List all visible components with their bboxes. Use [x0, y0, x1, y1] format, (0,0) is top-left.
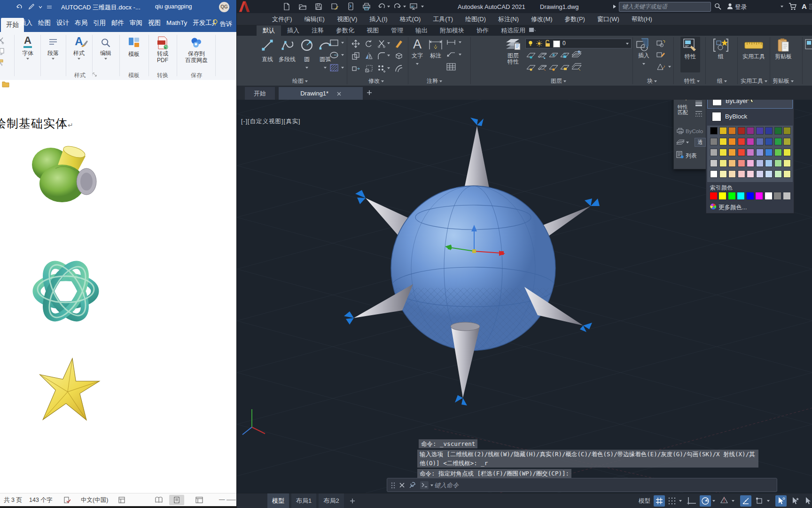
snap-caret-icon[interactable]: [679, 500, 682, 502]
menu-item[interactable]: 绘图(D): [459, 13, 492, 25]
search-input[interactable]: 键入关键字或短语: [619, 2, 711, 12]
editing-button[interactable]: 编辑: [94, 34, 117, 60]
color-swatch[interactable]: [756, 127, 764, 135]
properties-button[interactable]: 特性: [680, 37, 700, 72]
cmdbar-close-icon[interactable]: [399, 483, 405, 488]
autocad-logo-icon[interactable]: [238, 0, 250, 13]
cmdbar-customize-icon[interactable]: [409, 482, 416, 489]
color-swatch[interactable]: [738, 138, 745, 145]
workspace-icon[interactable]: [410, 3, 417, 10]
layer-freeze-icon[interactable]: [549, 51, 558, 59]
new-tab-icon[interactable]: [367, 90, 372, 95]
zoom-out-button[interactable]: —: [219, 496, 225, 503]
ellipse-tool-icon[interactable]: [330, 52, 338, 58]
panel-label-layers[interactable]: 图层: [551, 77, 566, 85]
color-swatch[interactable]: [710, 127, 718, 135]
avatar[interactable]: QG: [219, 2, 229, 12]
title-flyout-arrow-icon[interactable]: [613, 4, 617, 9]
figure-star-solid[interactable]: [33, 354, 102, 427]
menu-item[interactable]: 文件(F): [266, 13, 298, 25]
ribbon-tab[interactable]: 精选应用: [495, 25, 531, 36]
color-swatch[interactable]: [783, 170, 791, 178]
word-tab[interactable]: 布局: [72, 14, 90, 32]
offset-icon[interactable]: [395, 64, 403, 73]
block-attributes-icon[interactable]: [656, 63, 666, 71]
color-swatch[interactable]: [719, 127, 727, 135]
styles-button[interactable]: A 样式: [68, 34, 90, 60]
layer-combobox[interactable]: 0: [525, 39, 632, 48]
layer-lock-icon[interactable]: [560, 51, 570, 59]
undo-icon[interactable]: [16, 4, 23, 10]
word-count[interactable]: 143 个字: [29, 496, 52, 504]
word-tab[interactable]: 邮件: [109, 14, 127, 32]
open-from-mobile-icon[interactable]: [347, 2, 354, 10]
fillet-icon[interactable]: [377, 52, 386, 60]
command-bar[interactable]: 键入命令: [387, 478, 777, 492]
linetype-icon[interactable]: [695, 111, 703, 117]
list-icon[interactable]: [676, 151, 684, 159]
ribbon-tab[interactable]: 插入: [281, 25, 305, 36]
layer-unlock-icon[interactable]: [545, 40, 550, 47]
layer-unlock2-icon[interactable]: [560, 63, 570, 71]
color-swatch[interactable]: [719, 138, 727, 145]
color-swatch[interactable]: [774, 138, 782, 145]
ribbon-tab-default[interactable]: 默认: [257, 25, 281, 36]
transparency-value[interactable]: 透: [695, 138, 706, 147]
word-tab[interactable]: MathTy: [164, 14, 190, 32]
redo-icon[interactable]: [394, 3, 401, 10]
tell-me-label[interactable]: 告诉: [220, 20, 232, 28]
transparency-icon[interactable]: [676, 139, 685, 146]
color-swatch[interactable]: [719, 149, 727, 156]
line-button[interactable]: 直线: [258, 38, 276, 63]
format-painter-icon[interactable]: [0, 59, 5, 67]
ortho-icon[interactable]: [687, 497, 697, 505]
color-option-byblock[interactable]: ByBlock: [707, 109, 793, 125]
color-swatch[interactable]: [728, 149, 736, 156]
ribbon-tab[interactable]: 输出: [409, 25, 434, 36]
layer-bulb-icon[interactable]: [528, 40, 533, 47]
move-icon[interactable]: [351, 40, 360, 48]
layer-match-icon[interactable]: [538, 63, 547, 71]
cut-icon[interactable]: [0, 37, 5, 44]
cmdbar-prompt-icon[interactable]: [420, 481, 429, 489]
index-color-swatch[interactable]: [728, 192, 736, 200]
font-button[interactable]: A 字体: [17, 34, 39, 60]
status-model-label[interactable]: 模型: [639, 497, 650, 505]
panel-label-properties[interactable]: 特性: [684, 77, 700, 85]
list-label[interactable]: 列表: [686, 152, 697, 160]
lineweight-icon[interactable]: [695, 100, 703, 107]
ribbon-tab[interactable]: 视图: [360, 25, 385, 36]
layer-properties-button[interactable]: 图层特性: [503, 37, 523, 65]
zoom-slider[interactable]: [226, 500, 236, 500]
color-swatch[interactable]: [765, 138, 773, 145]
color-swatch[interactable]: [765, 170, 773, 178]
menu-item[interactable]: 编辑(E): [298, 13, 331, 25]
color-swatch[interactable]: [710, 159, 718, 167]
signin-person-icon[interactable]: [726, 2, 734, 10]
layout-tab-model[interactable]: 模型: [267, 493, 289, 508]
menu-item[interactable]: 窗口(W): [591, 13, 625, 25]
layout-tab-1[interactable]: 布局1: [291, 493, 316, 508]
folder-icon[interactable]: [2, 81, 9, 87]
styles-dialog-launcher-icon[interactable]: [93, 72, 97, 77]
color-swatch[interactable]: [774, 170, 782, 178]
color-swatch[interactable]: [728, 170, 736, 178]
drawing-viewport[interactable]: [-][自定义视图][真实]: [237, 100, 812, 493]
hatch-tool-icon[interactable]: [330, 64, 338, 71]
color-swatch[interactable]: [783, 138, 791, 145]
layer-states-icon[interactable]: [571, 50, 582, 59]
color-swatch[interactable]: [747, 138, 754, 145]
circle-button[interactable]: 圆: [299, 38, 315, 71]
color-swatch[interactable]: [783, 149, 791, 156]
linear-dim-icon[interactable]: [446, 40, 456, 45]
file-tab-drawing[interactable]: Drawing1*: [279, 87, 363, 100]
panel-label-utilities[interactable]: 实用工具: [741, 77, 767, 85]
edit-block-icon[interactable]: [656, 51, 666, 59]
clipboard-button[interactable]: 剪贴板: [773, 37, 794, 60]
open-file-icon[interactable]: [299, 3, 306, 10]
copy-icon[interactable]: [0, 48, 5, 56]
redo-caret-icon[interactable]: [403, 6, 406, 8]
isodraft-icon[interactable]: [720, 497, 728, 505]
color-swatch[interactable]: [719, 170, 727, 178]
rotate-icon[interactable]: [365, 40, 373, 48]
